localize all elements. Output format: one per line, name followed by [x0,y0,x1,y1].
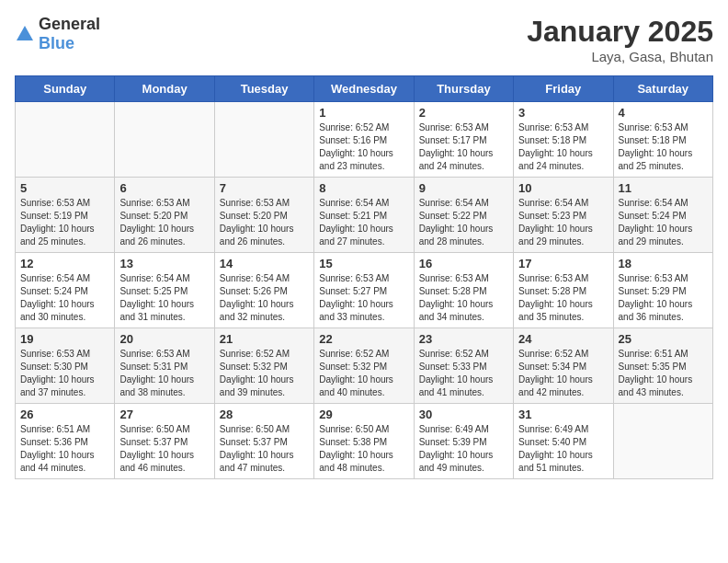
day-number: 10 [518,181,608,195]
day-info: Sunrise: 6:52 AM Sunset: 5:16 PM Dayligh… [319,121,408,173]
day-number: 4 [619,106,708,120]
week-row-1: 1Sunrise: 6:52 AM Sunset: 5:16 PM Daylig… [16,102,713,178]
day-number: 22 [319,332,408,346]
weekday-header-wednesday: Wednesday [314,76,414,102]
logo-blue: Blue [39,34,74,52]
calendar-cell: 11Sunrise: 6:54 AM Sunset: 5:24 PM Dayli… [613,178,712,253]
calendar-cell: 21Sunrise: 6:52 AM Sunset: 5:32 PM Dayli… [214,328,313,404]
day-number: 20 [119,332,209,346]
title-block: January 2025 Laya, Gasa, Bhutan [527,15,713,64]
calendar-cell: 28Sunrise: 6:50 AM Sunset: 5:37 PM Dayli… [214,404,313,479]
day-number: 6 [119,181,209,195]
day-info: Sunrise: 6:53 AM Sunset: 5:29 PM Dayligh… [619,272,708,324]
day-info: Sunrise: 6:52 AM Sunset: 5:32 PM Dayligh… [220,348,309,399]
calendar-cell: 8Sunrise: 6:54 AM Sunset: 5:21 PM Daylig… [314,178,414,253]
weekday-header-thursday: Thursday [414,76,513,102]
day-info: Sunrise: 6:49 AM Sunset: 5:40 PM Dayligh… [518,423,608,475]
week-row-4: 19Sunrise: 6:53 AM Sunset: 5:30 PM Dayli… [16,328,713,404]
day-info: Sunrise: 6:54 AM Sunset: 5:24 PM Dayligh… [619,197,708,248]
calendar-cell [214,102,313,178]
calendar-cell: 2Sunrise: 6:53 AM Sunset: 5:17 PM Daylig… [414,102,513,178]
day-info: Sunrise: 6:53 AM Sunset: 5:20 PM Dayligh… [220,197,309,248]
day-info: Sunrise: 6:49 AM Sunset: 5:39 PM Dayligh… [419,423,508,475]
day-info: Sunrise: 6:54 AM Sunset: 5:24 PM Dayligh… [20,272,109,324]
weekday-header-friday: Friday [514,76,613,102]
calendar-cell: 14Sunrise: 6:54 AM Sunset: 5:26 PM Dayli… [214,253,313,328]
calendar-cell: 3Sunrise: 6:53 AM Sunset: 5:18 PM Daylig… [514,102,613,178]
day-number: 30 [419,408,508,421]
day-info: Sunrise: 6:53 AM Sunset: 5:18 PM Dayligh… [619,121,708,173]
day-info: Sunrise: 6:54 AM Sunset: 5:25 PM Dayligh… [119,272,209,324]
calendar-cell [16,102,115,178]
day-info: Sunrise: 6:54 AM Sunset: 5:26 PM Dayligh… [220,272,309,324]
calendar-cell: 5Sunrise: 6:53 AM Sunset: 5:19 PM Daylig… [16,178,115,253]
day-number: 17 [518,257,608,270]
day-info: Sunrise: 6:54 AM Sunset: 5:22 PM Dayligh… [419,197,508,248]
week-row-2: 5Sunrise: 6:53 AM Sunset: 5:19 PM Daylig… [16,178,713,253]
day-number: 25 [619,332,708,346]
day-info: Sunrise: 6:53 AM Sunset: 5:19 PM Dayligh… [20,197,109,248]
day-number: 13 [119,257,209,270]
logo-general: General [39,15,100,33]
day-number: 14 [220,257,309,270]
calendar-cell: 22Sunrise: 6:52 AM Sunset: 5:32 PM Dayli… [314,328,414,404]
day-number: 8 [319,181,408,195]
day-number: 27 [119,408,209,421]
calendar-cell: 29Sunrise: 6:50 AM Sunset: 5:38 PM Dayli… [314,404,414,479]
calendar-cell: 31Sunrise: 6:49 AM Sunset: 5:40 PM Dayli… [514,404,613,479]
calendar-cell [115,102,214,178]
calendar-cell: 16Sunrise: 6:53 AM Sunset: 5:28 PM Dayli… [414,253,513,328]
calendar-cell: 17Sunrise: 6:53 AM Sunset: 5:28 PM Dayli… [514,253,613,328]
day-info: Sunrise: 6:51 AM Sunset: 5:35 PM Dayligh… [619,348,708,399]
day-number: 24 [518,332,608,346]
calendar-cell: 30Sunrise: 6:49 AM Sunset: 5:39 PM Dayli… [414,404,513,479]
month-title: January 2025 [527,15,713,49]
calendar-cell: 13Sunrise: 6:54 AM Sunset: 5:25 PM Dayli… [115,253,214,328]
weekday-header-sunday: Sunday [16,76,115,102]
day-number: 21 [220,332,309,346]
calendar-cell: 27Sunrise: 6:50 AM Sunset: 5:37 PM Dayli… [115,404,214,479]
day-number: 23 [419,332,508,346]
calendar-cell: 12Sunrise: 6:54 AM Sunset: 5:24 PM Dayli… [16,253,115,328]
calendar-cell: 18Sunrise: 6:53 AM Sunset: 5:29 PM Dayli… [613,253,712,328]
calendar-cell: 23Sunrise: 6:52 AM Sunset: 5:33 PM Dayli… [414,328,513,404]
calendar-cell: 1Sunrise: 6:52 AM Sunset: 5:16 PM Daylig… [314,102,414,178]
day-info: Sunrise: 6:54 AM Sunset: 5:21 PM Dayligh… [319,197,408,248]
day-number: 1 [319,106,408,120]
calendar-cell: 7Sunrise: 6:53 AM Sunset: 5:20 PM Daylig… [214,178,313,253]
day-info: Sunrise: 6:50 AM Sunset: 5:38 PM Dayligh… [319,423,408,475]
svg-marker-0 [17,26,33,40]
page-header: General Blue January 2025 Laya, Gasa, Bh… [15,15,713,64]
day-info: Sunrise: 6:52 AM Sunset: 5:33 PM Dayligh… [419,348,508,399]
calendar-cell: 20Sunrise: 6:53 AM Sunset: 5:31 PM Dayli… [115,328,214,404]
day-info: Sunrise: 6:52 AM Sunset: 5:34 PM Dayligh… [518,348,608,399]
calendar-cell: 24Sunrise: 6:52 AM Sunset: 5:34 PM Dayli… [514,328,613,404]
calendar-cell: 6Sunrise: 6:53 AM Sunset: 5:20 PM Daylig… [115,178,214,253]
calendar-cell [613,404,712,479]
calendar-table: SundayMondayTuesdayWednesdayThursdayFrid… [15,75,713,479]
day-number: 28 [220,408,309,421]
day-info: Sunrise: 6:54 AM Sunset: 5:23 PM Dayligh… [518,197,608,248]
day-info: Sunrise: 6:53 AM Sunset: 5:31 PM Dayligh… [119,348,209,399]
day-number: 16 [419,257,508,270]
calendar-cell: 9Sunrise: 6:54 AM Sunset: 5:22 PM Daylig… [414,178,513,253]
day-number: 29 [319,408,408,421]
calendar-cell: 10Sunrise: 6:54 AM Sunset: 5:23 PM Dayli… [514,178,613,253]
day-number: 5 [20,181,109,195]
day-number: 26 [20,408,109,421]
calendar-header: SundayMondayTuesdayWednesdayThursdayFrid… [16,76,713,102]
day-info: Sunrise: 6:50 AM Sunset: 5:37 PM Dayligh… [220,423,309,475]
calendar-cell: 19Sunrise: 6:53 AM Sunset: 5:30 PM Dayli… [16,328,115,404]
day-info: Sunrise: 6:52 AM Sunset: 5:32 PM Dayligh… [319,348,408,399]
calendar-cell: 4Sunrise: 6:53 AM Sunset: 5:18 PM Daylig… [613,102,712,178]
calendar-cell: 15Sunrise: 6:53 AM Sunset: 5:27 PM Dayli… [314,253,414,328]
week-row-3: 12Sunrise: 6:54 AM Sunset: 5:24 PM Dayli… [16,253,713,328]
day-info: Sunrise: 6:53 AM Sunset: 5:17 PM Dayligh… [419,121,508,173]
weekday-header-row: SundayMondayTuesdayWednesdayThursdayFrid… [16,76,713,102]
logo-icon [15,24,35,44]
calendar-cell: 25Sunrise: 6:51 AM Sunset: 5:35 PM Dayli… [613,328,712,404]
location-title: Laya, Gasa, Bhutan [527,49,713,64]
day-number: 18 [619,257,708,270]
day-number: 15 [319,257,408,270]
calendar-cell: 26Sunrise: 6:51 AM Sunset: 5:36 PM Dayli… [16,404,115,479]
